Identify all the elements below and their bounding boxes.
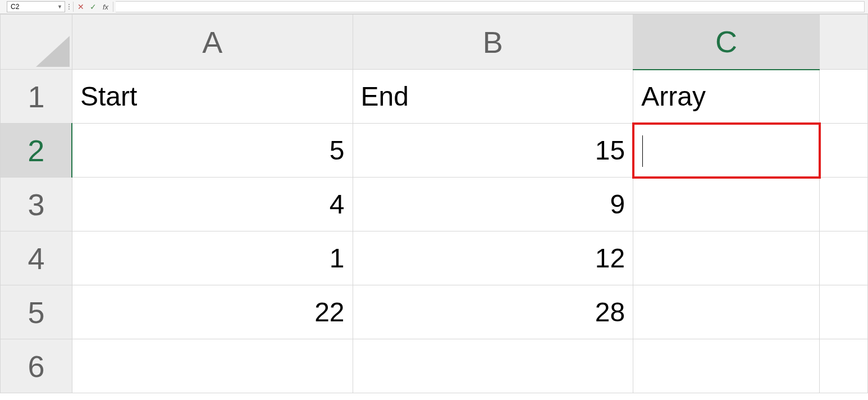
- formula-input[interactable]: [116, 1, 865, 12]
- row-header-2[interactable]: 2: [1, 124, 72, 178]
- drag-handle-icon[interactable]: [68, 4, 70, 10]
- cell-C5[interactable]: [633, 285, 820, 339]
- cell-A6[interactable]: [72, 339, 353, 393]
- cell-B1[interactable]: End: [353, 70, 633, 124]
- cell-D4[interactable]: [820, 231, 868, 285]
- cell-value: Start: [80, 81, 137, 111]
- row-header-6[interactable]: 6: [1, 339, 72, 393]
- cell-value: 28: [595, 297, 625, 327]
- row-label: 5: [28, 296, 44, 329]
- row-header-4[interactable]: 4: [1, 231, 72, 285]
- row-header-3[interactable]: 3: [1, 178, 72, 231]
- row-label: 4: [28, 242, 44, 275]
- row-header-5[interactable]: 5: [1, 285, 72, 339]
- formula-bar: C2 ▼ ✕ ✓ fx: [0, 0, 868, 14]
- column-header-D[interactable]: [820, 15, 868, 70]
- cell-A3[interactable]: 4: [72, 178, 353, 231]
- check-icon: ✓: [90, 2, 97, 11]
- cell-D5[interactable]: [820, 285, 868, 339]
- cell-B6[interactable]: [353, 339, 633, 393]
- grid-row: 5 22 28: [1, 285, 868, 339]
- row-label: 1: [28, 80, 44, 113]
- cell-B3[interactable]: 9: [353, 178, 633, 231]
- grid-row: 6: [1, 339, 868, 393]
- cell-value: End: [361, 81, 409, 111]
- cell-B2[interactable]: 15: [353, 124, 633, 178]
- cell-A4[interactable]: 1: [72, 231, 353, 285]
- cell-C1[interactable]: Array: [633, 70, 820, 124]
- text-cursor: [642, 135, 643, 167]
- column-label: B: [483, 25, 503, 59]
- cell-value: Array: [641, 81, 706, 111]
- grid-row: 2 5 15: [1, 124, 868, 178]
- cell-C4[interactable]: [633, 231, 820, 285]
- cell-value: 4: [330, 189, 345, 219]
- cell-value: 12: [595, 243, 625, 273]
- separator: [113, 2, 113, 12]
- cell-D2[interactable]: [820, 124, 868, 178]
- x-icon: ✕: [77, 2, 84, 11]
- column-header-row: A B C: [1, 15, 868, 70]
- cell-value: 15: [595, 135, 625, 165]
- cell-B4[interactable]: 12: [353, 231, 633, 285]
- chevron-down-icon[interactable]: ▼: [57, 4, 62, 10]
- row-header-1[interactable]: 1: [1, 70, 72, 124]
- insert-function-button[interactable]: fx: [99, 0, 112, 13]
- cell-C6[interactable]: [633, 339, 820, 393]
- select-all-corner[interactable]: [1, 15, 72, 70]
- separator: [73, 2, 74, 12]
- row-label: 2: [28, 134, 44, 167]
- row-label: 3: [28, 188, 44, 221]
- cell-C3[interactable]: [633, 178, 820, 231]
- fx-icon: fx: [103, 3, 108, 11]
- cell-value: 22: [314, 297, 344, 327]
- cell-value: 5: [330, 135, 345, 165]
- column-label: A: [202, 25, 222, 59]
- column-header-C[interactable]: C: [633, 15, 820, 70]
- grid-table: A B C 1 Start End Array 2 5 15 3 4 9 4 1…: [0, 14, 868, 393]
- accept-button[interactable]: ✓: [87, 0, 99, 13]
- name-box-value: C2: [11, 3, 19, 11]
- grid-row: 1 Start End Array: [1, 70, 868, 124]
- cell-C2[interactable]: [633, 124, 820, 178]
- cell-D3[interactable]: [820, 178, 868, 231]
- cell-D6[interactable]: [820, 339, 868, 393]
- column-header-B[interactable]: B: [353, 15, 633, 70]
- spreadsheet-grid: A B C 1 Start End Array 2 5 15 3 4 9 4 1…: [0, 14, 868, 393]
- cancel-button[interactable]: ✕: [75, 0, 87, 13]
- grid-row: 3 4 9: [1, 178, 868, 231]
- cell-value: 9: [610, 189, 625, 219]
- cell-value: 1: [330, 243, 345, 273]
- cell-A5[interactable]: 22: [72, 285, 353, 339]
- name-box[interactable]: C2 ▼: [7, 1, 65, 12]
- column-label: C: [715, 25, 737, 58]
- row-label: 6: [28, 349, 44, 383]
- column-header-A[interactable]: A: [72, 15, 353, 70]
- cell-A2[interactable]: 5: [72, 124, 353, 178]
- cell-B5[interactable]: 28: [353, 285, 633, 339]
- cell-A1[interactable]: Start: [72, 70, 353, 124]
- cell-D1[interactable]: [820, 70, 868, 124]
- grid-row: 4 1 12: [1, 231, 868, 285]
